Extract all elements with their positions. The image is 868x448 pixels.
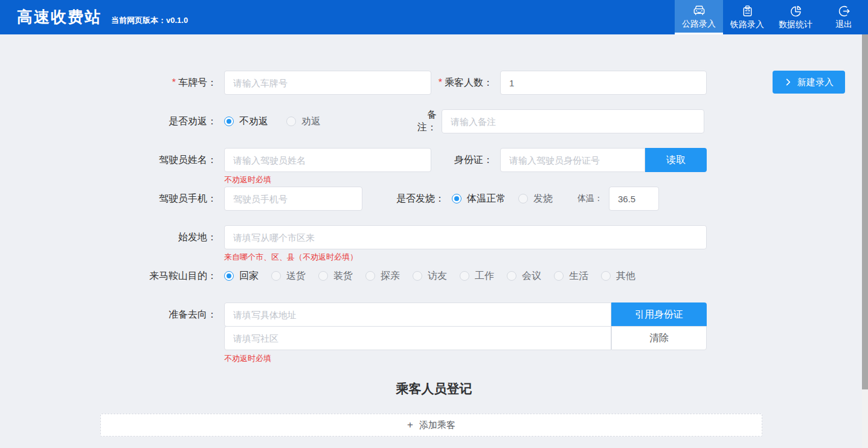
radio-circle-icon [318,271,328,281]
radio-label: 会议 [522,270,541,283]
destination-community-input[interactable] [224,326,611,350]
id-card-input[interactable] [500,148,645,172]
radio-purpose-life[interactable]: 生活 [554,270,588,283]
temperature-label: 体温： [577,193,603,204]
radio-purpose-load[interactable]: 装货 [318,270,353,283]
radio-circle-icon [452,194,461,203]
nav-item-road-entry[interactable]: 公路录入 [675,0,723,34]
radio-label: 工作 [475,270,494,283]
radio-label: 送货 [286,270,306,283]
radio-purpose-deliver[interactable]: 送货 [271,270,306,283]
nav-item-logout[interactable]: 退出 [820,0,868,34]
add-passenger-label: 添加乘客 [419,420,455,431]
driver-name-input[interactable] [224,148,431,172]
persuade-label: 是否劝返： [0,109,224,133]
radio-purpose-other[interactable]: 其他 [601,270,635,283]
radio-purpose-work[interactable]: 工作 [460,270,494,283]
radio-circle-icon [224,117,234,126]
radio-circle-icon [460,271,469,281]
remark-input[interactable] [442,109,704,133]
radio-label: 访友 [428,270,447,283]
row-purpose: 来马鞍山目的： 回家 送货 装货 探亲 访友 工作 会议 [0,264,868,288]
car-icon [692,4,706,18]
remark-label: 备注： [411,109,442,134]
destination-label: 准备去向： [0,302,224,327]
radio-label: 回家 [239,270,259,283]
add-passenger-button[interactable]: 添加乘客 [100,414,762,437]
temperature-input[interactable] [609,187,659,211]
row-phone-fever: 驾驶员手机： 是否发烧： 体温正常 发烧 体温： [0,187,868,211]
row-driver-id: 驾驶员姓名： 身份证： 读取 不劝返时必填 [0,148,868,172]
nav-item-label: 铁路录入 [730,19,764,30]
radio-purpose-meeting[interactable]: 会议 [507,270,541,283]
row-destination: 准备去向： 引用身份证 清除 不劝返时必填 [0,302,868,350]
driver-phone-input[interactable] [224,187,362,211]
passenger-section-title: 乘客人员登记 [0,380,868,397]
driver-name-label: 驾驶员姓名： [0,148,224,172]
nav-item-label: 公路录入 [682,19,716,30]
radio-fever[interactable]: 发烧 [518,193,553,205]
radio-purpose-relatives[interactable]: 探亲 [365,270,400,283]
radio-circle-icon [286,117,296,126]
pie-chart-icon [789,4,803,18]
radio-circle-icon [518,194,528,203]
radio-label: 劝返 [301,115,321,128]
plate-input[interactable] [224,71,431,95]
app-version: 当前网页版本：v0.1.0 [111,15,188,26]
id-card-label: 身份证： [431,154,500,167]
radio-label: 体温正常 [467,193,506,205]
destination-group: 引用身份证 清除 [224,302,707,350]
plate-label: 车牌号： [0,71,224,95]
origin-note: 来自哪个市、区、县（不劝返时必填） [224,252,358,263]
radio-label: 探亲 [381,270,400,283]
radio-no-persuade[interactable]: 不劝返 [224,115,268,128]
id-read-button[interactable]: 读取 [645,148,707,172]
top-nav: 公路录入 铁路录入 数据统计 [675,0,868,34]
nav-item-label: 数据统计 [779,19,812,30]
radio-label: 发烧 [533,193,553,205]
fever-label: 是否发烧： [362,193,452,205]
nav-item-rail-entry[interactable]: 铁路录入 [723,0,771,34]
app-title: 高速收费站 [17,7,101,28]
plus-icon [407,419,419,431]
road-entry-form: 车牌号： 乘客人数： 是否劝返： 不劝返 劝返 备注： 驾驶员姓名： 身份证： … [0,34,868,437]
origin-input[interactable] [224,225,707,249]
radio-temp-normal[interactable]: 体温正常 [452,193,506,205]
driver-phone-label: 驾驶员手机： [0,187,224,211]
radio-label: 其他 [616,270,635,283]
nav-item-label: 退出 [835,19,852,30]
radio-label: 装货 [333,270,353,283]
radio-circle-icon [601,271,611,281]
persuade-radio-group: 不劝返 劝返 [224,115,411,128]
logout-icon [837,4,851,18]
radio-circle-icon [224,271,234,281]
radio-persuade[interactable]: 劝返 [286,115,321,128]
destination-address-input[interactable] [224,302,611,327]
radio-label: 不劝返 [239,115,268,128]
radio-circle-icon [365,271,375,281]
purpose-label: 来马鞍山目的： [0,264,224,288]
destination-note: 不劝返时必填 [224,353,271,364]
passengers-input[interactable] [500,71,707,95]
passengers-label: 乘客人数： [431,77,500,89]
row-persuade-remark: 是否劝返： 不劝返 劝返 备注： [0,109,868,133]
radio-circle-icon [413,271,422,281]
clear-button[interactable]: 清除 [611,326,707,350]
nav-item-data-stats[interactable]: 数据统计 [771,0,820,34]
radio-circle-icon [271,271,281,281]
app-header: 高速收费站 当前网页版本：v0.1.0 公路录入 [0,0,868,34]
radio-purpose-home[interactable]: 回家 [224,270,259,283]
row-plate-passengers: 车牌号： 乘客人数： [0,71,868,95]
driver-name-note: 不劝返时必填 [224,174,271,185]
radio-purpose-friends[interactable]: 访友 [413,270,447,283]
ticket-machine-icon [741,4,754,18]
radio-circle-icon [507,271,516,281]
radio-label: 生活 [569,270,588,283]
quote-id-button[interactable]: 引用身份证 [611,302,707,327]
radio-circle-icon [554,271,564,281]
row-origin: 始发地： 来自哪个市、区、县（不劝返时必填） [0,225,868,249]
origin-label: 始发地： [0,225,224,249]
